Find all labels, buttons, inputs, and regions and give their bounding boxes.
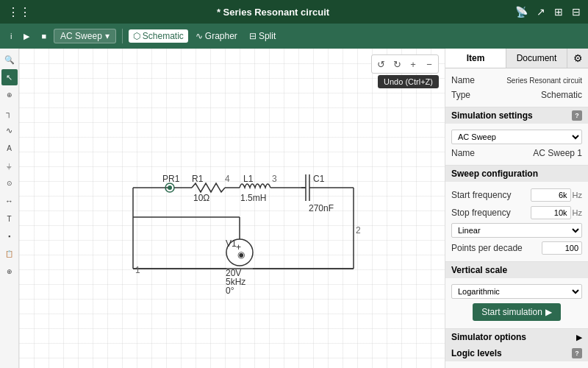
topbar-icons: 📡 ↗ ⊞ ⊟ bbox=[515, 6, 581, 18]
window-title: * Series Resonant circuit bbox=[31, 7, 515, 18]
svg-text:1: 1 bbox=[135, 265, 140, 275]
stop-freq-label: Stop frequency bbox=[451, 208, 511, 218]
split-icon: ⊟ bbox=[249, 31, 257, 41]
vertical-scale-header[interactable]: Vertical scale bbox=[445, 262, 588, 278]
play-icon: ▶ bbox=[545, 307, 552, 317]
sim-type-select[interactable]: AC Sweep bbox=[451, 130, 582, 144]
wire-tool[interactable]: ┐ bbox=[1, 105, 18, 121]
undo-button[interactable]: ↺ bbox=[373, 57, 388, 71]
top-bar: ⋮⋮ * Series Resonant circuit 📡 ↗ ⊞ ⊟ bbox=[0, 0, 588, 24]
svg-text:10Ω: 10Ω bbox=[193, 193, 209, 203]
vertical-scale-select[interactable]: Logarithmic bbox=[451, 284, 582, 299]
svg-text:V1: V1 bbox=[226, 238, 237, 249]
simulator-options-header[interactable]: Simulator options ▶ bbox=[445, 329, 588, 345]
sim-options-label: Simulator options bbox=[451, 332, 526, 342]
measure-tool[interactable]: ↔ bbox=[1, 193, 18, 209]
settings-icon[interactable]: ⚙ bbox=[567, 49, 588, 68]
type-row: Type Schematic bbox=[451, 88, 582, 102]
item-tab[interactable]: Item bbox=[445, 49, 506, 68]
sweep-name-row: Name AC Sweep 1 bbox=[451, 146, 582, 160]
points-label: Points per decade bbox=[451, 243, 523, 253]
label-tool[interactable]: A bbox=[1, 140, 18, 156]
scale-type-select[interactable]: Linear bbox=[451, 223, 582, 238]
logic-levels-label: Logic levels bbox=[451, 348, 502, 358]
sweep-config-section: Start frequency Hz Stop frequency Hz Lin… bbox=[445, 182, 588, 262]
sweep-config-header[interactable]: Sweep configuration bbox=[445, 166, 588, 182]
sweep-config-label: Sweep configuration bbox=[451, 169, 538, 179]
note-tool[interactable]: 📋 bbox=[1, 246, 18, 262]
sim-help-badge[interactable]: ? bbox=[572, 110, 582, 121]
apps-icon[interactable]: ⋮⋮ bbox=[7, 5, 31, 19]
probe-tool[interactable]: ⊙ bbox=[1, 175, 18, 191]
sim-type-section: AC Sweep Name AC Sweep 1 bbox=[445, 124, 588, 166]
name-value: Series Resonant circuit bbox=[506, 77, 582, 85]
svg-text:PR1: PR1 bbox=[162, 174, 180, 184]
grapher-tab[interactable]: ∿ Grapher bbox=[191, 29, 242, 43]
undo-tooltip: Undo (Ctrl+Z) bbox=[378, 75, 439, 88]
svg-text:3: 3 bbox=[272, 174, 277, 184]
layout-icon[interactable]: ⊞ bbox=[554, 6, 563, 18]
stop-freq-input[interactable] bbox=[531, 206, 571, 219]
panel-tabs: Item Document ⚙ bbox=[445, 49, 588, 68]
name-label: Name bbox=[451, 75, 475, 85]
play-button[interactable]: ▶ bbox=[19, 30, 34, 43]
name-row: Name Series Resonant circuit bbox=[451, 73, 582, 88]
main-area: 🔍 ↖ ⊕ ┐ ∿ A ⏚ ⊙ ↔ T ▪ 📋 ⊕ ↺ ↻ + − Undo (… bbox=[0, 49, 588, 368]
signal-icon[interactable]: 📡 bbox=[515, 6, 528, 18]
left-sidebar: 🔍 ↖ ⊕ ┐ ∿ A ⏚ ⊙ ↔ T ▪ 📋 ⊕ bbox=[0, 49, 19, 368]
right-panel: Item Document ⚙ Name Series Resonant cir… bbox=[445, 49, 588, 368]
points-input[interactable] bbox=[542, 241, 582, 255]
info-button[interactable]: i bbox=[6, 30, 16, 42]
svg-text:L1: L1 bbox=[243, 174, 254, 184]
logic-help-badge[interactable]: ? bbox=[572, 348, 582, 358]
type-value: Schematic bbox=[541, 90, 582, 100]
zoom-in-button[interactable]: + bbox=[406, 57, 420, 71]
start-simulation-button[interactable]: Start simulation ▶ bbox=[473, 303, 561, 321]
stop-freq-input-group: Hz bbox=[531, 206, 582, 219]
net-tool[interactable]: ∿ bbox=[1, 122, 18, 138]
stop-button[interactable]: ■ bbox=[37, 30, 51, 42]
stop-freq-row: Stop frequency Hz bbox=[451, 204, 582, 222]
document-tab[interactable]: Document bbox=[506, 49, 567, 68]
sweep-name-value: AC Sweep 1 bbox=[533, 148, 582, 158]
canvas-area[interactable]: ↺ ↻ + − Undo (Ctrl+Z) PR1 R1 10Ω bbox=[19, 49, 445, 368]
svg-text:◉: ◉ bbox=[237, 250, 245, 260]
search-tool[interactable]: 🔍 bbox=[1, 52, 18, 68]
canvas-mini-toolbar: ↺ ↻ + − bbox=[371, 54, 439, 74]
start-freq-row: Start frequency Hz bbox=[451, 186, 582, 204]
logic-levels-section: Mode 3.3V Output low V Input low thresho… bbox=[445, 361, 588, 368]
type-label: Type bbox=[451, 90, 470, 100]
svg-text:C1: C1 bbox=[313, 174, 325, 184]
grapher-icon: ∿ bbox=[196, 31, 203, 41]
vertical-scale-section: Logarithmic Start simulation ▶ bbox=[445, 278, 588, 329]
simulation-settings-header[interactable]: Simulation settings ? bbox=[445, 107, 588, 124]
circuit-diagram: PR1 R1 10Ω 4 L1 1.5mH 3 C1 bbox=[96, 129, 368, 305]
sweep-name-label: Name bbox=[451, 148, 475, 158]
zoom-tool[interactable]: ⊕ bbox=[1, 263, 18, 280]
start-freq-input-group: Hz bbox=[531, 188, 582, 202]
svg-text:270nF: 270nF bbox=[309, 203, 334, 213]
sim-settings-label: Simulation settings bbox=[451, 110, 533, 121]
redo-button[interactable]: ↻ bbox=[390, 57, 404, 71]
split-tab[interactable]: ⊟ Split bbox=[245, 29, 280, 43]
svg-point-3 bbox=[168, 185, 172, 190]
zoom-out-button[interactable]: − bbox=[422, 57, 437, 71]
image-tool[interactable]: ▪ bbox=[1, 228, 18, 244]
name-section: Name Series Resonant circuit Type Schema… bbox=[445, 68, 588, 107]
schematic-tab[interactable]: ⬡ Schematic bbox=[129, 29, 188, 43]
start-freq-label: Start frequency bbox=[451, 190, 511, 200]
logic-levels-header[interactable]: Logic levels ? bbox=[445, 345, 588, 361]
sweep-dropdown[interactable]: AC Sweep ▾ bbox=[54, 29, 116, 43]
chevron-right-icon: ▶ bbox=[576, 333, 582, 342]
chevron-down-icon: ▾ bbox=[105, 31, 110, 41]
stop-freq-unit: Hz bbox=[573, 208, 582, 217]
grid-icon[interactable]: ⊟ bbox=[572, 6, 581, 18]
text-tool[interactable]: T bbox=[1, 210, 18, 227]
cursor-tool[interactable]: ↖ bbox=[1, 69, 18, 85]
svg-text:4: 4 bbox=[225, 174, 230, 184]
svg-text:0°: 0° bbox=[226, 286, 234, 296]
start-freq-input[interactable] bbox=[531, 188, 571, 202]
component-tool[interactable]: ⊕ bbox=[1, 87, 18, 103]
export-icon[interactable]: ↗ bbox=[537, 6, 545, 18]
ground-tool[interactable]: ⏚ bbox=[1, 158, 18, 174]
